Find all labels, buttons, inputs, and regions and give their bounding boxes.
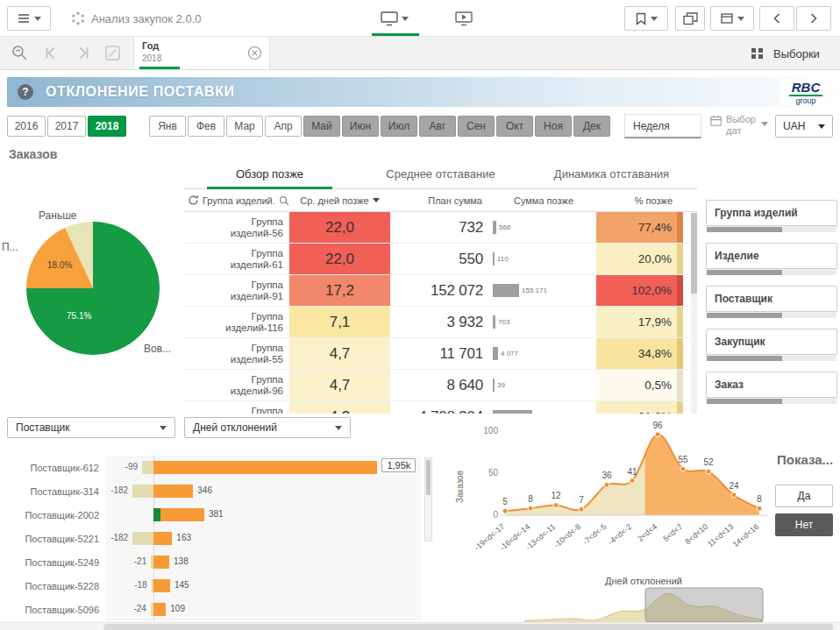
data-point[interactable] bbox=[528, 506, 533, 511]
month-button-Июн[interactable]: Июн bbox=[342, 116, 379, 137]
table-scrollbar-handle[interactable] bbox=[691, 213, 697, 294]
duplicate-window-button[interactable] bbox=[675, 6, 705, 31]
month-button-Мар[interactable]: Мар bbox=[226, 116, 263, 137]
tab-0[interactable]: Обзор позже bbox=[184, 159, 355, 188]
bar-chart-scrollbar-handle[interactable] bbox=[426, 460, 431, 495]
table-row[interactable]: Группаизделий-1167,13 93270317,9% bbox=[184, 307, 690, 338]
data-point[interactable] bbox=[706, 469, 711, 474]
range-selection-window[interactable] bbox=[645, 588, 763, 622]
pie-chart[interactable] bbox=[26, 222, 160, 355]
data-point[interactable] bbox=[604, 482, 609, 487]
month-button-Ноя[interactable]: Ноя bbox=[535, 116, 572, 137]
year-button-2017[interactable]: 2017 bbox=[47, 116, 86, 137]
green-bar[interactable] bbox=[153, 508, 160, 521]
supplier-bar-row[interactable]: Поставщик-2002381 bbox=[7, 503, 421, 527]
step-back-icon[interactable] bbox=[42, 44, 61, 62]
filter-scroll-handle[interactable] bbox=[707, 356, 782, 361]
days-deviation-select[interactable]: Дней отклонений bbox=[184, 417, 351, 438]
data-point[interactable] bbox=[655, 432, 660, 437]
supplier-bar-row[interactable]: Поставщик-5096-24109 bbox=[7, 598, 421, 621]
positive-bar[interactable] bbox=[153, 485, 193, 498]
positive-bar[interactable] bbox=[153, 603, 166, 616]
show-no-button[interactable]: Нет bbox=[775, 513, 833, 536]
previous-sheet-button[interactable] bbox=[759, 6, 794, 31]
horizontal-scrollbar-handle[interactable] bbox=[103, 624, 833, 630]
table-scrollbar[interactable] bbox=[691, 213, 697, 414]
filter-box-4[interactable]: Заказ bbox=[706, 372, 837, 398]
currency-select[interactable]: UAH bbox=[775, 115, 833, 138]
selection-chip-year[interactable]: Год 2018 bbox=[133, 37, 270, 69]
year-button-2018[interactable]: 2018 bbox=[88, 116, 126, 137]
filter-scroll-handle[interactable] bbox=[707, 399, 782, 404]
month-button-Апр[interactable]: Апр bbox=[265, 116, 302, 137]
bookmark-button[interactable] bbox=[624, 6, 668, 31]
positive-bar[interactable] bbox=[153, 532, 172, 545]
refresh-icon[interactable] bbox=[188, 195, 199, 206]
table-row[interactable]: Группаизделий-964,78 640390,5% bbox=[184, 370, 690, 401]
column-header-plan-sum[interactable]: План сумма bbox=[390, 189, 491, 211]
column-header-days-late[interactable]: Ср. дней позже bbox=[289, 189, 390, 211]
table-row[interactable]: Группаизделий-9117,2152 072155 171102,0% bbox=[184, 275, 690, 307]
close-icon[interactable] bbox=[247, 46, 262, 60]
line-chart-plot[interactable]: 0501005-19<d<-178-16<d<-1412-13<d<-117-1… bbox=[470, 419, 782, 580]
data-point[interactable] bbox=[553, 502, 559, 507]
step-forward-icon[interactable] bbox=[74, 44, 92, 62]
negative-bar[interactable] bbox=[142, 461, 153, 474]
supplier-bar-row[interactable]: Поставщик-5228-18145 bbox=[7, 574, 421, 598]
table-row[interactable]: Группаизделий-554,711 7014 07734,8% bbox=[184, 338, 690, 370]
positive-bar[interactable] bbox=[153, 579, 170, 592]
horizontal-scrollbar[interactable] bbox=[0, 622, 840, 630]
month-button-Авг[interactable]: Авг bbox=[419, 116, 456, 137]
data-point[interactable] bbox=[731, 492, 737, 498]
filter-box-2[interactable]: Поставщик bbox=[706, 286, 837, 312]
data-point[interactable] bbox=[680, 466, 686, 471]
month-button-Янв[interactable]: Янв bbox=[149, 116, 186, 137]
supplier-bar-row[interactable]: Поставщик-314-182346 bbox=[7, 479, 421, 503]
clear-selections-icon[interactable] bbox=[103, 44, 122, 62]
data-point[interactable] bbox=[579, 506, 584, 512]
tab-2[interactable]: Динамика отставания bbox=[526, 159, 697, 188]
filter-box-3[interactable]: Закупщик bbox=[706, 329, 837, 355]
month-button-Июл[interactable]: Июл bbox=[381, 116, 417, 137]
main-menu-button[interactable] bbox=[7, 6, 51, 31]
supplier-bar-row[interactable]: Поставщик-5221-182163 bbox=[7, 527, 421, 550]
window-options-button[interactable] bbox=[710, 6, 754, 31]
data-point[interactable] bbox=[502, 508, 508, 513]
month-button-Сен[interactable]: Сен bbox=[458, 116, 495, 137]
filter-scroll-handle[interactable] bbox=[707, 270, 782, 275]
month-button-Фев[interactable]: Фев bbox=[188, 116, 224, 137]
presentation-button[interactable] bbox=[447, 6, 481, 31]
table-row[interactable]: Группаизделий-…4,34 708 30421,2% bbox=[184, 401, 690, 414]
filter-box-0[interactable]: Группа изделий bbox=[706, 200, 837, 226]
data-point[interactable] bbox=[630, 478, 635, 484]
month-button-Дек[interactable]: Дек bbox=[573, 116, 610, 137]
positive-bar[interactable] bbox=[153, 556, 169, 569]
sheet-view-button[interactable] bbox=[374, 6, 416, 31]
selections-label[interactable]: Выборки bbox=[773, 47, 820, 60]
supplier-bar-row[interactable]: Поставщик-5249-21138 bbox=[7, 550, 421, 574]
filter-box-1[interactable]: Изделие bbox=[706, 243, 837, 269]
data-point[interactable] bbox=[757, 506, 762, 511]
search-icon[interactable] bbox=[279, 195, 289, 206]
filter-scroll-handle[interactable] bbox=[707, 313, 782, 318]
negative-bar[interactable] bbox=[132, 532, 153, 545]
table-row[interactable]: Группаизделий-5622,073256677,4% bbox=[184, 212, 690, 244]
filter-scroll-handle[interactable] bbox=[707, 227, 782, 232]
positive-bar[interactable] bbox=[160, 508, 204, 521]
next-sheet-button[interactable] bbox=[796, 6, 831, 31]
smart-search-icon[interactable] bbox=[11, 44, 29, 62]
supplier-bar-row[interactable]: Поставщик-612-991,95k bbox=[7, 456, 421, 479]
show-yes-button[interactable]: Да bbox=[775, 485, 833, 507]
date-picker-button[interactable]: Выбор дат bbox=[710, 114, 768, 137]
mini-range-chart[interactable] bbox=[521, 587, 766, 624]
column-header-pct-late[interactable]: % позже bbox=[596, 189, 683, 211]
column-header-late-sum[interactable]: Сумма позже bbox=[491, 189, 596, 211]
positive-bar[interactable] bbox=[153, 461, 377, 474]
table-row[interactable]: Группаизделий-6122,055011020,0% bbox=[184, 244, 690, 275]
month-button-Окт[interactable]: Окт bbox=[496, 116, 533, 137]
selections-grid-icon[interactable] bbox=[751, 46, 765, 60]
column-header-group[interactable]: Группа изделий. bbox=[184, 189, 289, 211]
month-button-Май[interactable]: Май bbox=[303, 116, 340, 137]
help-icon[interactable]: ? bbox=[18, 84, 33, 100]
week-filter[interactable]: Неделя bbox=[624, 114, 701, 138]
